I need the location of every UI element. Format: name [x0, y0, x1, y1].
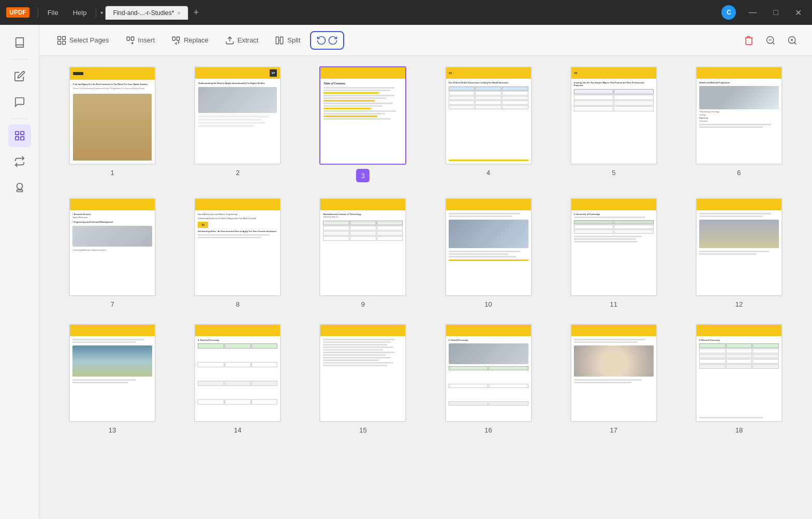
zoom-out-btn[interactable]	[761, 31, 780, 50]
maximize-btn[interactable]: □	[769, 6, 783, 19]
titlebar: UPDF File Help ▾ Find-and-...-r-Studies*…	[0, 0, 812, 25]
replace-btn[interactable]: Replace	[164, 32, 216, 49]
page-thumb-11[interactable]: 3. University of Cambridge	[570, 198, 657, 296]
sidebar-divider1	[11, 59, 28, 60]
page-number-8: 8	[236, 300, 240, 308]
rotate-btn[interactable]	[310, 31, 344, 50]
zoom-in-btn[interactable]	[783, 31, 802, 50]
sidebar-divider2	[11, 119, 28, 119]
minimize-btn[interactable]: —	[744, 6, 761, 19]
page-item[interactable]: 07 Understanding the Need to Apply Inter…	[180, 66, 295, 182]
tab-label: Find-and-...-r-Studies*	[113, 9, 174, 17]
sidebar-edit-icon[interactable]	[8, 65, 31, 88]
page-item[interactable]: 4. Stanford University	[180, 324, 295, 434]
page-number-15: 15	[359, 426, 366, 434]
delete-btn[interactable]	[740, 31, 758, 50]
page-thumb-9[interactable]: Massachusetts Institute of Technology Sc…	[319, 198, 406, 296]
page-thumb-6[interactable]: Health and Medical Preparation • Pharmac…	[696, 66, 783, 165]
page-item[interactable]: 3. University of Cambridge	[556, 198, 671, 308]
sidebar-convert-icon[interactable]	[8, 150, 31, 173]
svg-rect-10	[131, 37, 134, 40]
new-tab-btn[interactable]: +	[190, 7, 202, 18]
page-thumb-16[interactable]: 6. Oxford University	[445, 324, 532, 422]
page-thumb-17[interactable]	[570, 324, 657, 422]
divider2	[96, 7, 96, 18]
sidebar-stamp-icon[interactable]	[8, 176, 31, 199]
page-number-1: 1	[110, 169, 114, 177]
page-number-11: 11	[610, 300, 617, 308]
page-item[interactable]: 10	[431, 198, 546, 308]
page-thumb-13[interactable]	[69, 324, 156, 422]
page-item[interactable]: Find and Apply For the Best Institutes I…	[55, 66, 170, 182]
insert-label: Insert	[138, 36, 155, 44]
user-avatar[interactable]: C	[721, 5, 736, 20]
insert-btn[interactable]: Insert	[119, 32, 163, 49]
page-thumb-14[interactable]: 4. Stanford University	[194, 324, 281, 422]
page-thumb-18[interactable]: 8. Harvard University	[696, 324, 783, 422]
replace-label: Replace	[184, 36, 209, 44]
page-thumb-10[interactable]	[445, 198, 532, 296]
page-number-12: 12	[735, 300, 743, 308]
page-item[interactable]: 8. Harvard University	[682, 324, 796, 434]
page-number-7: 7	[110, 300, 114, 308]
page-number-10: 10	[484, 300, 492, 308]
svg-rect-4	[17, 190, 22, 192]
svg-line-23	[794, 42, 796, 44]
page-thumb-2[interactable]: 07 Understanding the Need to Apply Inter…	[194, 66, 281, 165]
file-menu[interactable]: File	[42, 7, 64, 19]
page-number-4: 4	[486, 169, 490, 177]
close-btn[interactable]: ✕	[791, 6, 806, 20]
svg-rect-8	[63, 41, 66, 44]
page-item[interactable]: 02 The 10 Best Global Universities Leadi…	[431, 66, 546, 182]
extract-label: Extract	[238, 36, 258, 44]
page-item[interactable]: 12	[682, 198, 796, 308]
page-item[interactable]: Health and Medical Preparation • Pharmac…	[682, 66, 796, 182]
svg-rect-9	[127, 37, 129, 40]
page-number-17: 17	[610, 426, 617, 434]
page-thumb-12[interactable]	[696, 198, 783, 296]
split-label: Split	[287, 36, 300, 44]
page-item[interactable]: 17	[556, 324, 671, 434]
toolbar: Select Pages Insert	[39, 25, 812, 56]
page-thumb-15[interactable]	[319, 324, 406, 422]
page-item[interactable]: Naval Architecture and Marine Engineerin…	[180, 198, 295, 308]
extract-btn[interactable]: Extract	[218, 32, 265, 49]
page-number-16: 16	[484, 426, 492, 434]
svg-rect-14	[177, 37, 180, 40]
page-item[interactable]: 6. Oxford University	[431, 324, 546, 434]
page-item[interactable]: 13	[55, 324, 170, 434]
page-thumb-8[interactable]: Naval Architecture and Marine Engineerin…	[194, 198, 281, 296]
left-sidebar	[0, 25, 39, 519]
select-pages-label: Select Pages	[69, 36, 109, 44]
select-pages-btn[interactable]: Select Pages	[50, 32, 116, 49]
active-tab[interactable]: Find-and-...-r-Studies* ×	[105, 6, 188, 20]
svg-rect-2	[15, 137, 18, 140]
page-item[interactable]: 03 Looking Into the Top Subject Majors T…	[556, 66, 671, 182]
svg-rect-17	[280, 37, 283, 44]
tab-close-btn[interactable]: ×	[177, 10, 180, 16]
svg-rect-3	[20, 137, 23, 140]
page-thumb-3[interactable]: Table of Contents	[319, 66, 406, 165]
page-item[interactable]: Table of Contents	[305, 66, 420, 182]
svg-rect-7	[58, 41, 61, 44]
split-btn[interactable]: Split	[268, 32, 307, 49]
sidebar-organize-icon[interactable]	[8, 124, 31, 147]
main-layout: Select Pages Insert	[0, 25, 812, 519]
page-thumb-7[interactable]: • Actuarial Science • Applied Mathematic…	[69, 198, 156, 296]
page-item[interactable]: • Actuarial Science • Applied Mathematic…	[55, 198, 170, 308]
page-thumb-4[interactable]: 02 The 10 Best Global Universities Leadi…	[445, 66, 532, 165]
svg-rect-6	[63, 36, 66, 39]
tab-dropdown-icon[interactable]: ▾	[100, 10, 103, 16]
page-item[interactable]: Massachusetts Institute of Technology Sc…	[305, 198, 420, 308]
app-logo: UPDF	[6, 7, 29, 18]
svg-rect-5	[58, 36, 61, 39]
help-menu[interactable]: Help	[68, 7, 92, 19]
page-thumb-5[interactable]: 03 Looking Into the Top Subject Majors T…	[570, 66, 657, 165]
toolbar-right	[740, 31, 802, 50]
page-thumb-1[interactable]: Find and Apply For the Best Institutes I…	[69, 66, 156, 165]
sidebar-reader-icon[interactable]	[8, 31, 31, 54]
page-number-13: 13	[109, 426, 116, 434]
content-area: Select Pages Insert	[39, 25, 812, 519]
page-item[interactable]: 15	[305, 324, 420, 434]
sidebar-comment-icon[interactable]	[8, 91, 31, 113]
